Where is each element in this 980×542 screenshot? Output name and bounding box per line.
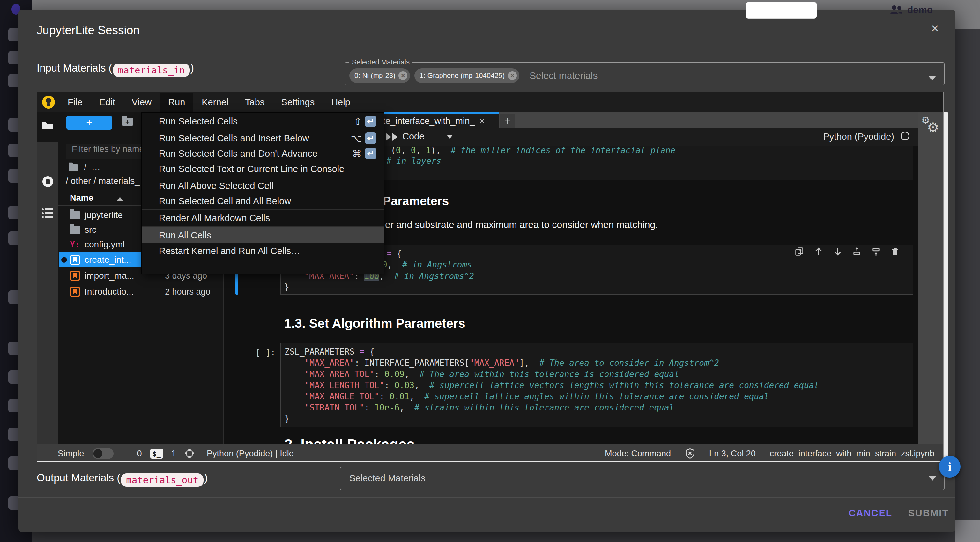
- chip-label: 0: Ni (mp-23): [355, 72, 395, 80]
- notebook-file-icon: [70, 287, 80, 297]
- menu-edit[interactable]: Edit: [91, 92, 124, 112]
- mode-indicator[interactable]: Mode: Command: [605, 449, 671, 459]
- paren: ): [191, 62, 194, 74]
- cursor-position[interactable]: Ln 3, Col 20: [709, 449, 756, 459]
- folder-icon: [70, 226, 80, 234]
- menu-item-render-markdown[interactable]: Render All Markdown Cells: [142, 210, 384, 226]
- move-cell-down-icon[interactable]: [833, 247, 843, 256]
- breadcrumb-path[interactable]: / other / materials_: [66, 176, 140, 186]
- jupyterlite-logo-icon: [42, 96, 55, 108]
- menu-view[interactable]: View: [124, 92, 160, 112]
- menu-item-label: Run Selected Cells and Don't Advance: [159, 148, 317, 159]
- breadcrumb-root[interactable]: /: [84, 163, 86, 173]
- submit-button[interactable]: SUBMIT: [908, 507, 949, 518]
- notifications-off-icon[interactable]: [685, 448, 695, 459]
- kernel-chip-icon[interactable]: [185, 448, 195, 459]
- code-line[interactable]: "MAX_AREA_TOL": 0.09, # The area within …: [285, 369, 909, 380]
- simple-mode-toggle[interactable]: [92, 448, 114, 459]
- code-line[interactable]: 0, # in Angstroms: [382, 259, 472, 270]
- running-kernels-tab-icon[interactable]: [41, 175, 54, 188]
- right-sidebar-tabstrip: ⚙⚙: [918, 112, 943, 444]
- menu-item-label: Run All Cells: [159, 230, 211, 241]
- close-icon[interactable]: ×: [931, 22, 939, 35]
- kernel-status-icon[interactable]: [900, 132, 910, 140]
- code-line[interactable]: ZSL_PARAMETERS = {: [285, 346, 909, 357]
- select-materials-placeholder: Select materials: [530, 70, 598, 81]
- table-of-contents-tab-icon[interactable]: [41, 208, 54, 218]
- kernel-name-button[interactable]: Python (Pyodide): [823, 132, 894, 142]
- chip-row: 0: Ni (mp-23) ✕ 1: Graphene (mp-1040425)…: [349, 68, 598, 83]
- menu-kernel[interactable]: Kernel: [193, 92, 237, 112]
- code-line[interactable]: "STRAIN_TOL": 10e-6, # strains within th…: [285, 402, 909, 413]
- menu-divider: [142, 129, 384, 130]
- material-chip[interactable]: 0: Ni (mp-23) ✕: [349, 68, 410, 83]
- file-name: import_ma...: [84, 271, 134, 281]
- kernel-count[interactable]: 1: [171, 449, 176, 459]
- menu-tabs[interactable]: Tabs: [237, 92, 273, 112]
- jupyter-statusbar: Simple 0 $_ 1 Python (Pyodide) | Idle Mo…: [37, 444, 943, 462]
- new-tab-button[interactable]: +: [500, 114, 515, 128]
- duplicate-cell-icon[interactable]: [795, 247, 804, 256]
- code-line[interactable]: = {: [387, 248, 402, 260]
- delete-cell-icon[interactable]: [890, 247, 900, 256]
- new-launcher-button[interactable]: +: [66, 116, 112, 129]
- menu-run[interactable]: Run: [160, 92, 193, 112]
- code-line[interactable]: (0, 0, 1), # the miller indices of the i…: [391, 146, 675, 156]
- terminal-icon[interactable]: $_: [150, 449, 163, 459]
- simple-mode-label: Simple: [58, 449, 84, 459]
- material-chip[interactable]: 1: Graphene (mp-1040425) ✕: [414, 68, 519, 83]
- kernel-status-text[interactable]: Python (Pyodide) | Idle: [207, 449, 294, 459]
- name-column-header[interactable]: Name: [70, 193, 94, 203]
- chip-remove-icon[interactable]: ✕: [508, 71, 517, 80]
- move-cell-up-icon[interactable]: [814, 247, 823, 256]
- output-materials-dropdown[interactable]: Selected Materials: [340, 467, 945, 490]
- fast-forward-icon[interactable]: [385, 132, 399, 142]
- menu-item-run-insert-below[interactable]: Run Selected Cells and Insert Below ⌥↵: [142, 131, 384, 146]
- menu-help[interactable]: Help: [323, 92, 359, 112]
- notebook-tab[interactable]: eate_interface_with_min_ ×: [367, 112, 499, 128]
- folder-icon: [69, 164, 78, 171]
- insert-cell-below-icon[interactable]: [871, 247, 881, 256]
- chip-remove-icon[interactable]: ✕: [398, 71, 407, 80]
- paren: ): [204, 472, 208, 484]
- scrollbar[interactable]: [943, 112, 948, 462]
- code-line[interactable]: }: [284, 282, 290, 293]
- file-name: jupyterlite: [84, 210, 123, 220]
- info-button[interactable]: i: [939, 456, 961, 478]
- user-menu[interactable]: demo: [889, 5, 933, 15]
- search-box[interactable]: [746, 2, 817, 19]
- statusbar-filename: create_interface_with_min_strain_zsl.ipy…: [770, 449, 934, 459]
- menu-settings[interactable]: Settings: [273, 92, 323, 112]
- code-line[interactable]: # in layers: [386, 155, 441, 167]
- code-line[interactable]: "MAX_LENGTH_TOL": 0.03, # supercell latt…: [285, 380, 909, 391]
- chevron-down-icon[interactable]: [928, 76, 936, 80]
- code-line[interactable]: "MAX_AREA": INTERFACE_PARAMETERS["MAX_AR…: [285, 357, 909, 369]
- insert-cell-above-icon[interactable]: [852, 247, 862, 256]
- breadcrumb[interactable]: / …: [68, 163, 100, 173]
- menu-item-run-selected-cells[interactable]: Run Selected Cells ⇧↵: [142, 114, 384, 129]
- chevron-down-icon[interactable]: [447, 135, 453, 139]
- menu-divider: [142, 177, 384, 177]
- menu-item-label: Render All Markdown Cells: [159, 213, 270, 223]
- menu-file[interactable]: File: [59, 92, 91, 112]
- menu-item-run-dont-advance[interactable]: Run Selected Cells and Don't Advance ⌘↵: [142, 146, 384, 161]
- option-key-icon: ⌥: [351, 133, 362, 144]
- selected-materials-field[interactable]: Selected Materials 0: Ni (mp-23) ✕ 1: Gr…: [345, 58, 945, 85]
- menu-item-run-all-above[interactable]: Run All Above Selected Cell: [142, 178, 384, 193]
- breadcrumb-ellipsis[interactable]: …: [92, 163, 100, 173]
- menu-item-run-text-in-console[interactable]: Run Selected Text or Current Line in Con…: [142, 161, 384, 177]
- cancel-button[interactable]: CANCEL: [849, 507, 892, 518]
- code-cell-zsl-parameters[interactable]: ZSL_PARAMETERS = { "MAX_AREA": INTERFACE…: [280, 343, 913, 427]
- tab-close-icon[interactable]: ×: [479, 116, 485, 126]
- file-row-introduction[interactable]: Introductio... 2 hours ago: [59, 284, 223, 299]
- menu-item-restart-run-all[interactable]: Restart Kernel and Run All Cells…: [142, 243, 384, 258]
- cell-type-dropdown[interactable]: Code: [402, 131, 424, 142]
- menu-item-run-all-cells[interactable]: Run All Cells: [142, 227, 384, 243]
- terminal-count[interactable]: 0: [137, 449, 142, 459]
- menu-item-run-all-below[interactable]: Run Selected Cell and All Below: [142, 193, 384, 209]
- file-browser-tab-icon[interactable]: [41, 120, 54, 130]
- new-folder-icon: +: [122, 118, 133, 126]
- new-folder-button[interactable]: +: [122, 118, 133, 126]
- code-line[interactable]: "MAX_ANGLE_TOL": 0.01, # supercell latti…: [285, 391, 909, 402]
- code-line[interactable]: }: [285, 413, 909, 424]
